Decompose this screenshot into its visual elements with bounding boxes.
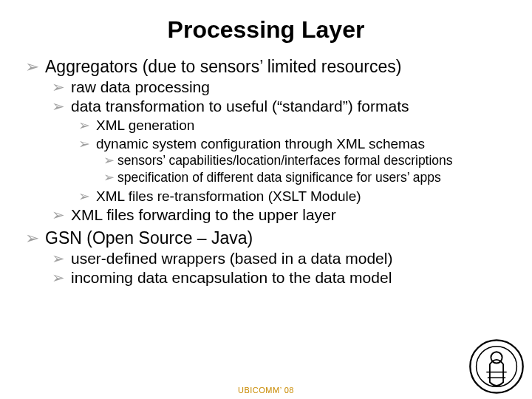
bullet-text: dynamic system configuration through XML… bbox=[96, 136, 425, 151]
bullet-text: XML files forwarding to the upper layer bbox=[71, 206, 336, 223]
bullet-l2: XML files forwarding to the upper layer bbox=[52, 206, 507, 224]
bullet-l3: XML generation bbox=[78, 117, 507, 134]
bullet-text: data transformation to useful (“standard… bbox=[71, 98, 409, 115]
bullet-l3: XML files re-transformation (XSLT Module… bbox=[78, 188, 507, 205]
bullet-text: incoming data encapsulation to the data … bbox=[71, 269, 392, 286]
bullet-l1: Aggregators (due to sensors’ limited res… bbox=[25, 57, 507, 224]
bullet-list: Aggregators (due to sensors’ limited res… bbox=[25, 57, 507, 287]
bullet-l2: raw data processing bbox=[52, 78, 507, 96]
bullet-l2: user-defined wrappers (based in a data m… bbox=[52, 250, 507, 267]
bullet-text: XML files re-transformation (XSLT Module… bbox=[96, 188, 361, 204]
bullet-l4: specification of different data signific… bbox=[103, 170, 507, 186]
seal-icon bbox=[468, 338, 525, 395]
slide: Processing Layer Aggregators (due to sen… bbox=[0, 0, 532, 399]
bullet-l2: data transformation to useful (“standard… bbox=[52, 98, 507, 205]
bullet-text: user-defined wrappers (based in a data m… bbox=[71, 250, 392, 267]
slide-title: Processing Layer bbox=[25, 16, 507, 44]
bullet-text: XML generation bbox=[96, 117, 194, 133]
footer-text: UBICOMM’ 08 bbox=[0, 386, 532, 395]
bullet-l1: GSN (Open Source – Java) user-defined wr… bbox=[25, 228, 507, 287]
bullet-l3: dynamic system configuration through XML… bbox=[78, 135, 507, 186]
bullet-l2: incoming data encapsulation to the data … bbox=[52, 269, 507, 287]
bullet-text: GSN (Open Source – Java) bbox=[45, 228, 253, 248]
bullet-text: raw data processing bbox=[71, 78, 210, 95]
bullet-text: Aggregators (due to sensors’ limited res… bbox=[45, 57, 401, 76]
bullet-text: specification of different data signific… bbox=[117, 170, 441, 185]
bullet-l4: sensors’ capabilities/location/interface… bbox=[103, 153, 507, 169]
bullet-text: sensors’ capabilities/location/interface… bbox=[117, 153, 453, 168]
